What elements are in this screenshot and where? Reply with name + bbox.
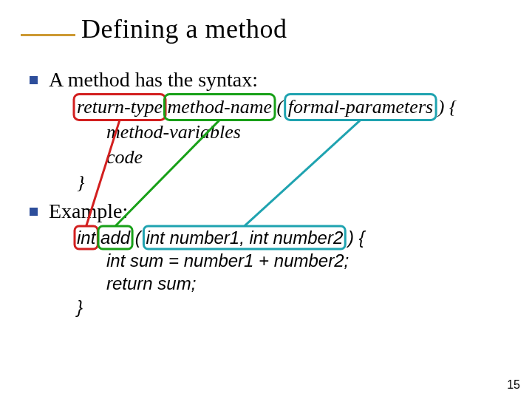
syntax-line-1: return-type method-name ( formal-paramet… <box>77 95 502 120</box>
bullet-icon <box>30 208 38 216</box>
open-brace: { <box>449 96 457 117</box>
lparen: ( <box>135 228 141 248</box>
body: A method has the syntax: return-type met… <box>30 66 502 318</box>
syntax-block: return-type method-name ( formal-paramet… <box>77 95 502 194</box>
example-body-1: int sum = number1 + number2; <box>106 250 349 270</box>
return-type: return-type <box>77 96 163 117</box>
bullet-icon <box>30 76 38 84</box>
bullet-1: A method has the syntax: <box>30 66 502 93</box>
syntax-line-2: method-variables <box>77 120 502 145</box>
example-block: int add ( int number1, int number2 ) { i… <box>77 226 502 318</box>
example-return-type: int <box>77 228 95 248</box>
slide: Defining a method A method has the synta… <box>0 0 532 399</box>
open-brace: { <box>359 228 365 248</box>
bullet-2: Example: <box>30 198 502 225</box>
method-name: method-name <box>168 96 273 117</box>
rparen: ) <box>438 96 445 117</box>
formal-parameters: formal-parameters <box>288 96 433 117</box>
title-accent <box>21 34 75 36</box>
code-word: code <box>106 146 143 168</box>
example-line-4: } <box>77 296 502 318</box>
bullet-2-text: Example: <box>49 200 128 222</box>
close-brace: } <box>77 171 84 193</box>
close-brace: } <box>77 297 83 317</box>
lparen: ( <box>277 96 284 117</box>
example-method-name: add <box>100 228 130 248</box>
example-line-2: int sum = number1 + number2; <box>77 249 502 272</box>
method-variables: method-variables <box>106 121 241 143</box>
syntax-line-3: code <box>77 145 502 170</box>
example-line-1: int add ( int number1, int number2 ) { <box>77 226 502 249</box>
syntax-line-4: } <box>77 170 502 195</box>
slide-title: Defining a method <box>81 13 287 44</box>
title-row: Defining a method <box>21 13 287 44</box>
example-body-2: return sum; <box>106 273 196 293</box>
example-line-3: return sum; <box>77 272 502 295</box>
rparen: ) <box>348 228 354 248</box>
example-parameters: int number1, int number2 <box>146 228 343 248</box>
page-number: 15 <box>507 378 520 392</box>
bullet-1-text: A method has the syntax: <box>49 68 258 91</box>
